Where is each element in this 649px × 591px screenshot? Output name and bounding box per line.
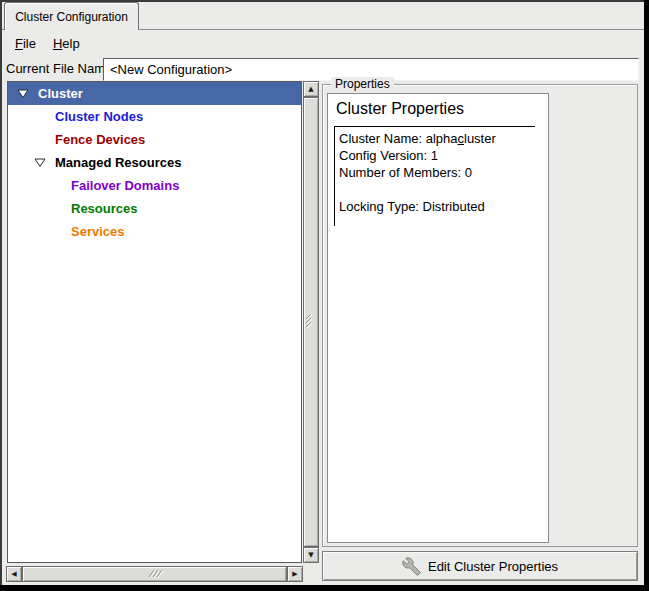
scroll-left-button[interactable]: ◀ xyxy=(6,566,22,582)
tree-item-failover-domains[interactable]: Failover Domains xyxy=(8,174,301,197)
grip-icon xyxy=(147,569,163,579)
properties-frame: Properties Cluster Properties Cluster Na… xyxy=(322,84,638,547)
tree-panel[interactable]: ClusterCluster NodesFence DevicesManaged… xyxy=(7,81,302,563)
cluster-configuration-window: Cluster Configuration File Help Current … xyxy=(0,0,649,591)
arrow-left-icon: ◀ xyxy=(11,571,16,578)
tree-item-label: Managed Resources xyxy=(55,155,181,170)
current-file-name-label: Current File Name: xyxy=(6,56,116,82)
properties-frame-label: Properties xyxy=(331,77,394,92)
tree-vertical-scrollbar[interactable]: ▲ ▼ xyxy=(303,81,319,563)
tree-item-label: Failover Domains xyxy=(71,178,179,193)
property-line: Config Version: 1 xyxy=(339,147,535,164)
tree-item-managed-resources[interactable]: Managed Resources xyxy=(8,151,301,174)
edit-cluster-properties-label: Edit Cluster Properties xyxy=(428,559,558,574)
scroll-right-button[interactable]: ▶ xyxy=(287,566,303,582)
scroll-up-button[interactable]: ▲ xyxy=(303,81,319,97)
arrow-up-icon: ▲ xyxy=(308,86,313,93)
tab-cluster-configuration[interactable]: Cluster Configuration xyxy=(4,2,139,30)
expander-down-icon[interactable] xyxy=(17,89,29,99)
tab-label: Cluster Configuration xyxy=(15,10,128,24)
properties-panel: Cluster Properties Cluster Name: alphacl… xyxy=(327,93,549,543)
menu-help[interactable]: Help xyxy=(53,36,80,51)
property-line: Locking Type: Distributed xyxy=(339,198,535,215)
tree-item-cluster-nodes[interactable]: Cluster Nodes xyxy=(8,105,301,128)
property-line: Cluster Name: alphacluster xyxy=(339,130,535,147)
wrench-icon xyxy=(402,557,421,576)
property-line: Number of Members: 0 xyxy=(339,164,535,181)
tree-horizontal-scrollbar[interactable]: ◀ ▶ xyxy=(6,566,303,582)
grip-icon xyxy=(305,315,317,329)
tree-item-label: Fence Devices xyxy=(55,132,145,147)
tree-item-cluster[interactable]: Cluster xyxy=(8,82,301,105)
horizontal-scroll-thumb[interactable] xyxy=(22,566,287,582)
tree-item-services[interactable]: Services xyxy=(8,220,301,243)
tree-item-resources[interactable]: Resources xyxy=(8,197,301,220)
tree-item-label: Cluster xyxy=(38,86,83,101)
arrow-down-icon: ▼ xyxy=(308,552,313,559)
menu-file[interactable]: File xyxy=(15,36,36,51)
properties-lines: Cluster Name: alphaclusterConfig Version… xyxy=(334,126,535,226)
property-line xyxy=(339,181,535,198)
arrow-right-icon: ▶ xyxy=(292,571,297,578)
properties-title: Cluster Properties xyxy=(336,100,548,118)
edit-cluster-properties-button[interactable]: Edit Cluster Properties xyxy=(322,551,638,581)
tree-item-fence-devices[interactable]: Fence Devices xyxy=(8,128,301,151)
expander-down-icon[interactable] xyxy=(34,158,46,168)
menubar: File Help xyxy=(2,31,644,56)
vertical-scroll-thumb[interactable] xyxy=(303,97,319,547)
tree-item-label: Services xyxy=(71,224,125,239)
tree-item-label: Cluster Nodes xyxy=(55,109,143,124)
scroll-down-button[interactable]: ▼ xyxy=(303,547,319,563)
tree-item-label: Resources xyxy=(71,201,137,216)
